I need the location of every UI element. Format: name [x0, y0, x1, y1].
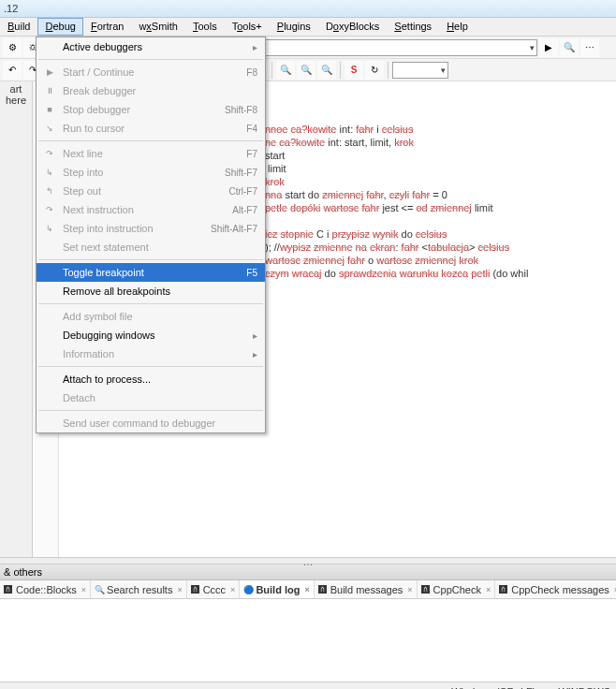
menu-item-icon: ■ [40, 105, 59, 114]
zoom-icon[interactable]: 🔍 [297, 61, 315, 80]
separator [388, 62, 389, 79]
menu-item-label: Set next statement [59, 242, 257, 253]
code-line: krok [265, 175, 610, 188]
tab-cppcheck-messages[interactable]: 🅰CppCheck messages× [495, 580, 616, 598]
code-line: wartosc zmiennej fahr o wartosc zmiennej… [265, 254, 610, 267]
tab-label: Cccc [203, 584, 226, 595]
close-icon[interactable]: × [230, 585, 235, 594]
menu-separator [38, 259, 263, 260]
menu-build[interactable]: Build [0, 18, 37, 36]
code-line: icz stopnie C i przypisz wynik do celsiu… [265, 227, 610, 241]
menu-item-step-out: ↰Step outCtrl-F7 [37, 182, 265, 200]
code-line: nna start do zmiennej fahr, czyli fahr =… [265, 188, 610, 201]
menu-item-icon: ↷ [40, 205, 59, 214]
code-line [265, 96, 610, 110]
tab-label: Code::Blocks [16, 584, 77, 595]
menu-item-step-into: ↳Step intoShift-F7 [37, 163, 265, 182]
tab-cccc[interactable]: 🅰Cccc× [187, 580, 241, 598]
menu-item-label: Remove all breakpoints [59, 286, 257, 297]
menu-item-toggle-breakpoint[interactable]: Toggle breakpointF5 [37, 263, 265, 282]
menu-item-attach-to-process-[interactable]: Attach to process... [37, 370, 265, 388]
tab-build-log[interactable]: 🔵Build log× [240, 580, 314, 598]
refresh-icon[interactable]: ↻ [365, 61, 384, 80]
menu-item-active-debuggers[interactable]: Active debuggers▸ [37, 37, 265, 56]
tab-icon: 🅰 [318, 585, 328, 594]
menu-item-shortcut: Shift-F7 [225, 168, 257, 178]
run-icon[interactable]: ▶ [539, 38, 558, 57]
menu-item-shortcut: Alt-F7 [232, 205, 257, 215]
menu-settings[interactable]: Settings [387, 18, 439, 36]
menu-item-icon: ↳ [40, 168, 59, 177]
menu-separator [38, 366, 263, 367]
close-icon[interactable]: × [177, 585, 182, 594]
menu-tools[interactable]: Tools+ [225, 18, 270, 36]
menu-separator [38, 410, 263, 411]
title-bar: .12 [0, 0, 616, 18]
small-combo[interactable]: ▾ [392, 62, 448, 79]
menu-separator [38, 59, 263, 60]
menu-item-label: Stop debugger [59, 104, 225, 115]
menu-doxyblocks[interactable]: DoxyBlocks [318, 18, 387, 36]
separator [271, 62, 272, 79]
tab-code-blocks[interactable]: 🅰Code::Blocks× [0, 580, 91, 598]
menu-item-set-next-statement: Set next statement [37, 238, 265, 257]
menu-item-label: Run to cursor [59, 123, 246, 134]
menu-fortran[interactable]: Fortran [83, 18, 131, 36]
menu-item-shortcut: Shift-Alt-F7 [211, 224, 257, 234]
code-line: petle dopóki wartosc fahr jest <= od zmi… [265, 201, 610, 214]
menu-debug[interactable]: Debug [37, 18, 82, 36]
menu-wxsmith[interactable]: wxSmith [131, 18, 185, 36]
search-icon[interactable]: 🔍 [560, 38, 579, 57]
menu-tools[interactable]: Tools [185, 18, 225, 36]
menu-item-label: Break debugger [59, 85, 257, 96]
letter-icon[interactable]: S [345, 61, 363, 80]
menu-item-label: Next line [59, 148, 246, 159]
menu-item-icon: ↳ [40, 224, 59, 233]
zoom-icon[interactable]: 🔍 [317, 61, 336, 80]
menu-help[interactable]: Help [439, 18, 476, 36]
zoom-icon[interactable]: 🔍 [276, 61, 295, 80]
tab-build-messages[interactable]: 🅰Build messages× [315, 580, 418, 598]
code-line [265, 214, 610, 227]
tab-label: Build messages [330, 584, 403, 595]
menu-item-shortcut: F8 [246, 67, 257, 78]
separator [340, 62, 341, 79]
undo-icon[interactable]: ↶ [3, 61, 22, 80]
menu-item-debugging-windows[interactable]: Debugging windows▸ [37, 326, 265, 344]
menu-item-shortcut: Ctrl-F7 [228, 186, 257, 197]
menu-item-label: Debugging windows [59, 330, 253, 341]
code-line: limit [265, 162, 610, 175]
splitter[interactable]: … [0, 557, 616, 564]
code-line: start [265, 149, 610, 162]
menu-item-label: Add symbol file [59, 311, 257, 322]
tab-icon: 🅰 [421, 585, 431, 594]
menu-item-shortcut: F5 [246, 268, 257, 278]
menu-item-label: Send user command to debugger [59, 418, 257, 429]
title-text: .12 [4, 3, 18, 14]
menu-item-label: Start / Continue [59, 66, 246, 78]
debug-menu-popup: Active debuggers▸▶Start / ContinueF8⏸Bre… [36, 37, 266, 433]
tab-cppcheck[interactable]: 🅰CppCheck× [418, 580, 496, 598]
status-encoding: WINDOWS [558, 686, 610, 690]
menu-item-run-to-cursor: ↘Run to cursorF4 [37, 119, 265, 138]
code-line [265, 110, 610, 123]
code-line: ne ca?kowite int: start, limit, krok [265, 136, 610, 149]
code-line [265, 280, 610, 293]
close-icon[interactable]: × [486, 585, 491, 594]
tab-icon: 🔍 [95, 585, 104, 594]
code-line [265, 293, 610, 306]
menu-plugins[interactable]: Plugins [270, 18, 318, 36]
menu-item-send-user-command-to-debugger: Send user command to debugger [37, 414, 265, 432]
more-icon[interactable]: ⋯ [580, 38, 599, 57]
menu-item-detach: Detach [37, 388, 265, 407]
close-icon[interactable]: × [304, 585, 309, 594]
tab-search-results[interactable]: 🔍Search results× [91, 580, 187, 598]
close-icon[interactable]: × [81, 585, 86, 594]
submenu-arrow-icon: ▸ [253, 349, 257, 359]
menu-separator [38, 303, 263, 304]
menu-item-next-instruction: ↷Next instructionAlt-F7 [37, 200, 265, 219]
build-icon[interactable]: ⚙ [3, 38, 22, 57]
menu-item-remove-all-breakpoints[interactable]: Remove all breakpoints [37, 282, 265, 301]
tab-icon: 🅰 [191, 585, 200, 594]
close-icon[interactable]: × [407, 585, 412, 594]
